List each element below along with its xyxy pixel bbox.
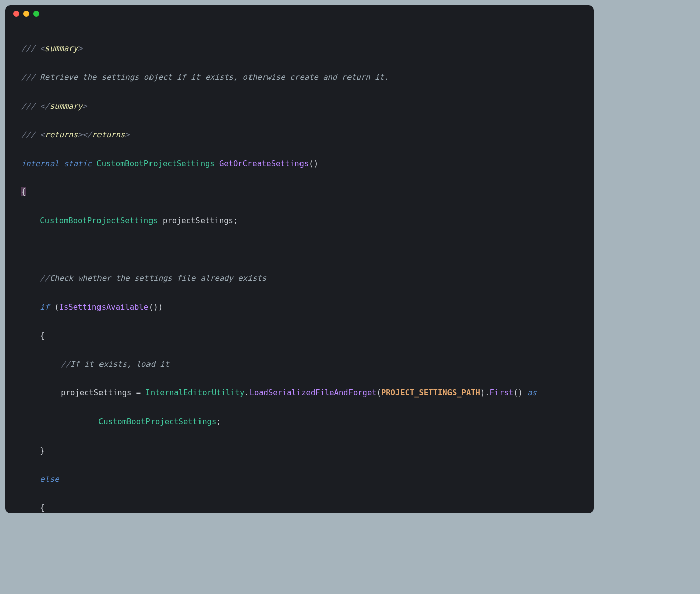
close-icon[interactable] <box>13 11 19 17</box>
code-line: //If it exists, load it <box>21 357 578 371</box>
code-line: /// Retrieve the settings object if it e… <box>21 70 578 84</box>
xml-returns-tag: returns <box>45 130 78 139</box>
code-line: /// <returns></returns> <box>21 128 578 142</box>
method-name: GetOrCreateSettings <box>219 159 309 168</box>
code-line: { <box>21 185 578 199</box>
doc-comment-prefix: /// <box>21 44 35 53</box>
code-line: //Check whether the settings file alread… <box>21 271 578 285</box>
keyword-static: static <box>64 159 92 168</box>
code-line: if (IsSettingsAvailable()) <box>21 300 578 314</box>
code-line: { <box>21 501 578 513</box>
code-window: /// <summary> /// Retrieve the settings … <box>5 5 594 513</box>
comment: If it exists, load it <box>70 360 169 369</box>
code-line: /// <summary> <box>21 41 578 56</box>
window-titlebar <box>5 5 594 22</box>
method-call: IsSettingsAvailable <box>59 303 148 312</box>
code-line: internal static CustomBootProjectSetting… <box>21 157 578 171</box>
keyword-if: if <box>40 303 49 312</box>
constant: PROJECT_SETTINGS_PATH <box>381 388 480 398</box>
code-editor[interactable]: /// <summary> /// Retrieve the settings … <box>5 22 594 513</box>
type-name: CustomBootProjectSettings <box>40 216 158 225</box>
xml-summary-tag: summary <box>45 44 78 53</box>
method-call: First <box>490 388 514 398</box>
keyword-internal: internal <box>21 159 59 168</box>
minimize-icon[interactable] <box>23 11 29 17</box>
code-line <box>21 242 578 257</box>
indent-guide: //If it exists, load it <box>42 357 169 371</box>
code-line: else <box>21 472 578 486</box>
keyword-else: else <box>40 475 59 484</box>
code-line: CustomBootProjectSettings projectSetting… <box>21 214 578 228</box>
zoom-icon[interactable] <box>33 11 39 17</box>
type-name: InternalEditorUtility <box>145 388 244 398</box>
code-line: } <box>21 443 578 458</box>
code-line: projectSettings = InternalEditorUtility.… <box>21 386 578 400</box>
code-line: { <box>21 329 578 343</box>
keyword-as: as <box>527 388 537 398</box>
code-line: /// </summary> <box>21 99 578 113</box>
type-name: CustomBootProjectSettings <box>96 159 214 168</box>
method-call: LoadSerializedFileAndForget <box>249 388 377 398</box>
doc-comment-text: Retrieve the settings object if it exist… <box>35 73 389 82</box>
variable: projectSettings <box>163 216 233 225</box>
code-line: CustomBootProjectSettings; <box>21 415 578 429</box>
comment: Check whether the settings file already … <box>49 274 266 283</box>
brace-open: { <box>21 187 26 196</box>
